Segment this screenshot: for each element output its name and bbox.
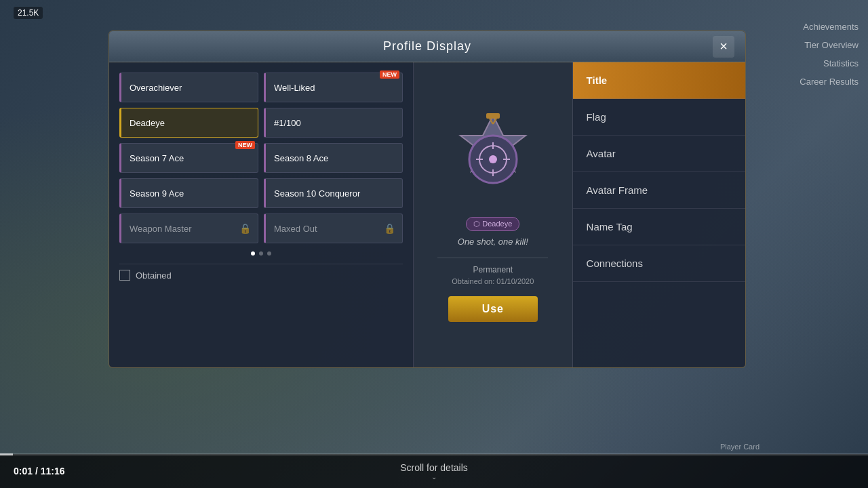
pagination-dot-1[interactable]	[251, 251, 255, 256]
title-item-well-liked[interactable]: Well-Liked NEW	[264, 73, 403, 102]
obtained-label: Obtained	[136, 270, 172, 281]
new-badge: NEW	[380, 70, 399, 79]
pagination-dot-2[interactable]	[259, 251, 263, 256]
nav-item-title[interactable]: Title	[573, 62, 745, 99]
svg-rect-8	[486, 113, 500, 119]
nav-item-connections[interactable]: Connections	[573, 245, 745, 282]
pagination	[119, 251, 403, 256]
right-label-tier-overview: Tier Overview	[797, 39, 861, 52]
title-obtained-date: Obtained on: 01/10/2020	[452, 277, 534, 285]
preview-panel: ⬡ Deadeye One shot, one kill! Permanent …	[414, 62, 573, 367]
title-label: Season 8 Ace	[274, 153, 328, 163]
divider-line	[437, 258, 548, 258]
nav-item-avatar-frame[interactable]: Avatar Frame	[573, 172, 745, 209]
title-item-season7ace[interactable]: Season 7 Ace NEW	[119, 143, 258, 173]
new-badge: NEW	[235, 141, 255, 149]
right-label-statistics: Statistics	[797, 57, 861, 70]
close-button[interactable]: ×	[713, 36, 734, 58]
title-item-season9ace[interactable]: Season 9 Ace	[119, 178, 258, 208]
profile-display-modal: Profile Display × Overachiever Well-Like…	[108, 30, 746, 368]
title-label: #1/100	[274, 118, 301, 128]
lock-icon: 🔒	[239, 223, 251, 234]
progress-bar	[0, 453, 868, 455]
modal-title: Profile Display	[383, 39, 471, 54]
titles-grid: Overachiever Well-Liked NEW Deadeye #1/1…	[119, 73, 403, 243]
title-item-weapon-master[interactable]: Weapon Master 🔒	[119, 214, 258, 243]
pagination-dot-3[interactable]	[267, 251, 271, 256]
title-label: Season 7 Ace	[130, 153, 184, 163]
right-labels-container: Achievements Tier Overview Statistics Ca…	[797, 20, 861, 88]
player-card-label: Player Card	[720, 443, 760, 451]
title-list-panel: Overachiever Well-Liked NEW Deadeye #1/1…	[109, 62, 414, 367]
title-item-hash1100[interactable]: #1/100	[264, 108, 403, 138]
title-label: Weapon Master	[130, 224, 192, 234]
nav-item-name-tag[interactable]: Name Tag	[573, 209, 745, 245]
title-name-badge: ⬡ Deadeye	[466, 217, 519, 231]
time-display: 0:01 / 11:16	[14, 466, 65, 476]
nav-item-flag[interactable]: Flag	[573, 99, 745, 136]
obtained-checkbox[interactable]	[119, 270, 130, 281]
lock-icon: 🔒	[384, 223, 395, 234]
title-label: Maxed Out	[274, 224, 317, 234]
bottom-bar: 0:01 / 11:16 Scroll for details ⌄	[0, 454, 868, 488]
right-label-achievements: Achievements	[797, 20, 861, 33]
title-item-deadeye[interactable]: Deadeye	[119, 108, 258, 138]
scroll-hint-container: Scroll for details ⌄	[400, 462, 468, 481]
title-description: One shot, one kill!	[458, 237, 528, 247]
modal-body: Overachiever Well-Liked NEW Deadeye #1/1…	[109, 62, 745, 367]
title-permanent: Permanent	[473, 265, 513, 274]
title-badge-svg	[446, 112, 540, 207]
title-item-maxed-out[interactable]: Maxed Out 🔒	[264, 214, 403, 243]
scroll-arrow-icon: ⌄	[400, 473, 468, 481]
top-stat: 21.5K	[14, 7, 43, 19]
nav-item-avatar[interactable]: Avatar	[573, 136, 745, 172]
title-item-overachiever[interactable]: Overachiever	[119, 73, 258, 102]
scroll-hint-text: Scroll for details	[400, 462, 468, 473]
title-label: Well-Liked	[274, 83, 315, 93]
progress-fill	[0, 453, 13, 455]
obtained-row: Obtained	[119, 264, 403, 281]
title-badge-name: Deadeye	[482, 220, 512, 228]
title-label: Season 9 Ace	[130, 188, 184, 199]
title-badge-icon: ⬡	[473, 220, 482, 228]
nav-panel: Title Flag Avatar Avatar Frame Name Tag …	[573, 62, 745, 367]
title-label: Overachiever	[130, 83, 182, 93]
right-label-career-results: Career Results	[797, 75, 861, 88]
svg-point-7	[489, 155, 497, 163]
title-item-season10conqueror[interactable]: Season 10 Conqueror	[264, 178, 403, 208]
use-button[interactable]: Use	[448, 296, 538, 322]
modal-header: Profile Display ×	[109, 31, 745, 62]
title-label: Deadeye	[130, 118, 165, 128]
title-item-season8ace[interactable]: Season 8 Ace	[264, 143, 403, 173]
title-label: Season 10 Conqueror	[274, 188, 360, 199]
title-badge-container	[442, 108, 544, 210]
